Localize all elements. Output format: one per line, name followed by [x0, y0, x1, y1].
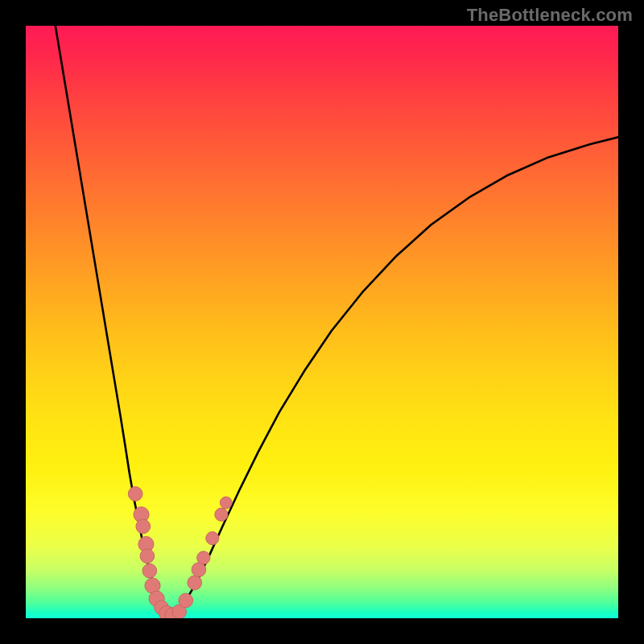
data-dot	[206, 532, 219, 545]
curve-left-branch	[56, 26, 170, 617]
data-dot	[179, 593, 193, 608]
chart-dots-group	[128, 487, 232, 618]
data-dot	[215, 508, 228, 521]
chart-svg	[26, 26, 618, 618]
data-dot	[136, 519, 151, 534]
data-dot	[220, 497, 232, 509]
data-dot	[128, 487, 142, 502]
chart-frame: TheBottleneck.com	[0, 0, 644, 644]
curve-right-branch	[170, 137, 618, 617]
chart-plot-area	[26, 26, 618, 618]
data-dot	[188, 576, 202, 590]
data-dot	[140, 549, 155, 564]
watermark-text: TheBottleneck.com	[467, 5, 633, 26]
data-dot	[197, 551, 210, 564]
data-dot	[142, 564, 157, 578]
